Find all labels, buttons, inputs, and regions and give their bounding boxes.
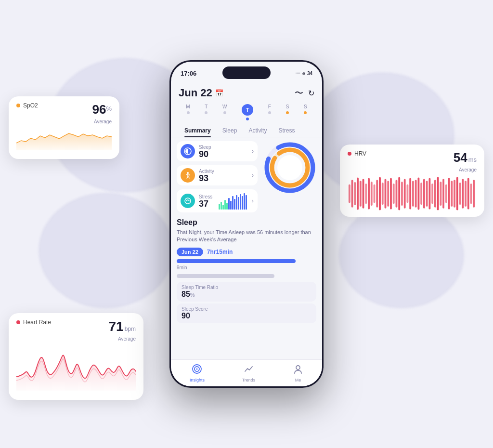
svg-rect-1 xyxy=(351,180,353,207)
person-icon-svg xyxy=(293,364,303,374)
hr-sub-label: Average xyxy=(16,336,136,342)
dynamic-island xyxy=(222,66,271,79)
hr-card-header: Heart Rate 71bpm xyxy=(16,319,136,334)
svg-rect-4 xyxy=(360,181,362,207)
sleep-chevron: › xyxy=(252,148,254,155)
activity-label: Activity xyxy=(199,169,248,174)
status-time: 17:06 xyxy=(181,70,196,77)
background-blob-4 xyxy=(339,202,464,308)
svg-rect-43 xyxy=(467,178,469,209)
hrv-sub-label: Average xyxy=(348,167,477,172)
svg-rect-34 xyxy=(442,179,444,208)
week-day-m[interactable]: M xyxy=(186,104,190,120)
svg-rect-23 xyxy=(412,181,414,207)
svg-rect-3 xyxy=(357,178,359,210)
activity-chevron: › xyxy=(252,172,254,179)
sleep-metric-icon xyxy=(181,144,195,158)
svg-rect-35 xyxy=(445,184,447,203)
svg-rect-7 xyxy=(368,178,370,209)
svg-rect-32 xyxy=(437,177,439,211)
nav-trends[interactable]: Trends xyxy=(242,364,256,382)
refresh-icon[interactable]: ↻ xyxy=(308,89,314,98)
nav-me[interactable]: Me xyxy=(293,364,303,382)
day-label-f: F xyxy=(268,104,271,109)
sleep-stat-score: Sleep Score 90 xyxy=(177,303,316,323)
sleep-description: That Night, your Time Asleep was 56 minu… xyxy=(177,229,316,244)
week-day-f[interactable]: F xyxy=(268,104,271,120)
svg-point-48 xyxy=(185,198,191,204)
svg-rect-11 xyxy=(379,177,381,211)
spo2-sub-label: Average xyxy=(16,119,112,124)
week-day-s2[interactable]: S xyxy=(304,104,307,120)
app-tabs: Summary Sleep Activity Stress xyxy=(171,124,322,137)
signal-icon: ···· xyxy=(296,71,300,76)
stress-label: Stress xyxy=(199,194,213,199)
sleep-score-label: Sleep Score xyxy=(182,306,311,312)
svg-rect-5 xyxy=(363,179,364,208)
svg-rect-37 xyxy=(451,181,453,207)
day-label-w: W xyxy=(222,104,227,109)
hrv-card-header: HRV 54ms xyxy=(348,150,477,165)
spo2-card-header: SpO2 96% xyxy=(16,102,112,117)
spo2-label: SpO2 xyxy=(23,102,38,109)
metrics-list: Sleep 90 › xyxy=(177,141,258,212)
activity-wave-icon[interactable]: 〜 xyxy=(295,87,303,99)
stress-metric-row[interactable]: Stress 37 xyxy=(177,189,258,212)
hrv-label: HRV xyxy=(354,150,366,157)
phone-frame: 17:06 ···· ⌾ 34 Jun 22 📅 〜 ↻ xyxy=(169,60,324,388)
svg-rect-30 xyxy=(431,184,433,204)
sleep-stat-ratio: Sleep Time Ratio 85% xyxy=(177,282,316,302)
hrv-card: HRV 54ms Average xyxy=(340,145,484,217)
svg-rect-15 xyxy=(390,178,392,209)
spo2-chart-svg xyxy=(16,126,112,150)
sleep-value: 90 xyxy=(199,150,248,158)
svg-rect-31 xyxy=(434,180,436,207)
svg-rect-28 xyxy=(426,181,428,207)
sleep-ratio-label: Sleep Time Ratio xyxy=(182,285,311,290)
summary-section: Sleep 90 › xyxy=(171,141,322,212)
hr-title: Heart Rate xyxy=(16,319,51,326)
spo2-chart xyxy=(16,126,112,150)
sleep-bar-secondary xyxy=(177,274,274,278)
svg-rect-40 xyxy=(459,183,461,205)
sleep-ratio-unit: % xyxy=(190,292,195,298)
svg-rect-38 xyxy=(454,180,455,207)
svg-rect-0 xyxy=(349,184,350,203)
week-day-t-active[interactable]: T xyxy=(242,104,253,120)
tab-sleep[interactable]: Sleep xyxy=(217,124,243,137)
insights-label: Insights xyxy=(190,378,205,382)
svg-rect-19 xyxy=(401,182,403,206)
week-day-s1[interactable]: S xyxy=(286,104,289,120)
tab-activity[interactable]: Activity xyxy=(243,124,272,137)
calendar-icon[interactable]: 📅 xyxy=(215,89,223,97)
stress-metric-icon xyxy=(181,194,195,208)
week-day-w[interactable]: W xyxy=(222,104,227,120)
tab-stress[interactable]: Stress xyxy=(272,124,300,137)
nav-insights[interactable]: Insights xyxy=(190,364,205,382)
tab-summary[interactable]: Summary xyxy=(179,124,217,137)
stress-icon-svg xyxy=(184,197,192,205)
hrv-title: HRV xyxy=(348,150,366,157)
sleep-ratio-value-container: 85% xyxy=(182,290,311,299)
day-label-t-active: T xyxy=(242,104,253,116)
spo2-value: 96 xyxy=(92,102,106,117)
sleep-score-value: 90 xyxy=(182,312,190,320)
activity-icon-svg xyxy=(184,171,192,179)
sleep-metric-row[interactable]: Sleep 90 › xyxy=(177,141,258,161)
sleep-stats: Sleep Time Ratio 85% Sleep Score 90 xyxy=(177,282,316,323)
svg-rect-29 xyxy=(428,178,430,209)
day-dot-t-active xyxy=(246,118,249,120)
app-header: Jun 22 📅 〜 ↻ xyxy=(171,83,322,101)
ring-svg xyxy=(263,141,316,194)
hrv-bars xyxy=(349,177,475,211)
svg-rect-13 xyxy=(385,179,387,208)
svg-rect-45 xyxy=(473,180,475,207)
svg-rect-26 xyxy=(420,183,422,205)
week-day-t1[interactable]: T xyxy=(205,104,208,120)
sleep-section-title: Sleep xyxy=(177,218,316,227)
battery-level: 34 xyxy=(307,71,312,76)
svg-rect-25 xyxy=(417,178,419,210)
hrv-chart-svg xyxy=(348,174,477,213)
activity-metric-row[interactable]: Activity 93 › xyxy=(177,165,258,185)
day-label-t1: T xyxy=(205,104,208,109)
